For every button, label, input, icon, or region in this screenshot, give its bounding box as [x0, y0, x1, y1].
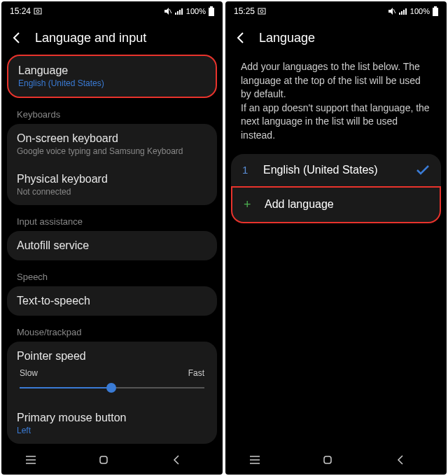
onscreen-title: On-screen keyboard: [17, 132, 207, 145]
page-header: Language and input: [1, 21, 223, 55]
svg-rect-19: [405, 8, 407, 15]
svg-rect-4: [177, 11, 178, 15]
input-assist-section-label: Input assistance: [7, 209, 217, 231]
back-icon[interactable]: [234, 31, 248, 45]
nav-home[interactable]: [322, 454, 350, 465]
page-title: Language and input: [35, 31, 146, 46]
add-language-row[interactable]: + Add language: [231, 186, 441, 223]
nav-bar: [1, 445, 223, 475]
svg-rect-3: [175, 13, 176, 15]
svg-rect-20: [434, 6, 437, 8]
keyboards-section-label: Keyboards: [7, 102, 217, 124]
svg-line-15: [393, 9, 396, 13]
battery-icon: [209, 6, 214, 16]
physical-keyboard-item[interactable]: Physical keyboard Not connected: [7, 164, 217, 205]
language-list: 1 English (United States) + Add language: [231, 154, 441, 223]
svg-rect-8: [209, 8, 214, 16]
mute-icon: [388, 7, 396, 15]
mute-icon: [164, 7, 172, 15]
slider-fill: [20, 387, 111, 388]
pointer-slider[interactable]: [17, 381, 207, 395]
language-number: 1: [242, 164, 251, 176]
svg-rect-18: [403, 10, 405, 15]
svg-line-2: [169, 9, 172, 13]
physical-sub: Not connected: [17, 187, 207, 197]
nav-recents[interactable]: [248, 455, 276, 465]
svg-rect-25: [324, 456, 331, 463]
mouse-section-label: Mouse/trackpad: [7, 320, 217, 342]
svg-point-1: [36, 10, 39, 13]
status-time: 15:24: [10, 6, 31, 16]
keyboards-group: On-screen keyboard Google voice typing a…: [7, 124, 217, 205]
language-row[interactable]: 1 English (United States): [231, 154, 441, 186]
primary-mouse-item[interactable]: Primary mouse button Left: [7, 403, 217, 444]
slider-fast-label: Fast: [188, 368, 204, 378]
page-title: Language: [259, 31, 315, 46]
settings-list: Language English (United States) Keyboar…: [1, 55, 223, 445]
status-bar: 15:25 100%: [225, 1, 447, 21]
status-time: 15:25: [234, 6, 255, 16]
svg-rect-0: [34, 8, 41, 14]
svg-rect-12: [100, 456, 107, 463]
svg-rect-16: [399, 13, 400, 15]
screenshot-icon: [34, 7, 42, 15]
nav-bar: [225, 445, 447, 475]
svg-rect-17: [401, 11, 402, 15]
speech-group: Text-to-speech: [7, 286, 217, 316]
signal-icon: [175, 8, 183, 15]
slider-slow-label: Slow: [20, 368, 38, 378]
autofill-item[interactable]: Autofill service: [7, 231, 217, 260]
plus-icon: +: [244, 197, 252, 212]
svg-rect-5: [179, 10, 181, 15]
add-language-label: Add language: [265, 198, 334, 211]
physical-title: Physical keyboard: [17, 173, 207, 186]
screenshot-icon: [258, 7, 266, 15]
language-sub: English (United States): [18, 78, 206, 88]
svg-rect-7: [210, 6, 213, 8]
language-name: English (United States): [263, 164, 378, 176]
slider-thumb[interactable]: [106, 383, 116, 393]
page-header: Language: [225, 21, 447, 55]
back-icon[interactable]: [10, 31, 24, 45]
input-assist-group: Autofill service: [7, 231, 217, 260]
language-content: Add your languages to the list below. Th…: [225, 55, 447, 445]
svg-point-14: [260, 10, 263, 13]
mouse-group: Pointer speed Slow Fast Primary mouse bu…: [7, 342, 217, 444]
phone-right: 15:25 100% Language Add your languages t…: [225, 1, 447, 475]
pointer-title: Pointer speed: [17, 350, 207, 363]
tts-title: Text-to-speech: [17, 295, 207, 307]
autofill-title: Autofill service: [17, 239, 207, 252]
battery-icon: [433, 6, 438, 16]
status-bar: 15:24 100%: [1, 1, 223, 21]
primary-mouse-sub: Left: [17, 426, 207, 435]
battery-text: 100%: [186, 7, 206, 15]
svg-rect-13: [258, 8, 265, 14]
primary-mouse-title: Primary mouse button: [17, 412, 207, 424]
language-description: Add your languages to the list below. Th…: [231, 55, 441, 154]
pointer-speed-item[interactable]: Pointer speed Slow Fast: [7, 342, 217, 403]
nav-back[interactable]: [396, 454, 424, 465]
check-icon: [416, 164, 430, 176]
phone-left: 15:24 100% Language and input Language: [1, 1, 223, 475]
language-title: Language: [18, 64, 206, 77]
nav-recents[interactable]: [24, 455, 52, 465]
onscreen-keyboard-item[interactable]: On-screen keyboard Google voice typing a…: [7, 124, 217, 164]
battery-text: 100%: [410, 7, 430, 15]
nav-back[interactable]: [172, 454, 200, 465]
language-item[interactable]: Language English (United States): [7, 55, 217, 98]
svg-rect-6: [181, 8, 183, 15]
svg-rect-21: [433, 8, 438, 16]
nav-home[interactable]: [98, 454, 126, 465]
signal-icon: [399, 8, 407, 15]
onscreen-sub: Google voice typing and Samsung Keyboard: [17, 146, 207, 156]
tts-item[interactable]: Text-to-speech: [7, 286, 217, 316]
speech-section-label: Speech: [7, 265, 217, 286]
